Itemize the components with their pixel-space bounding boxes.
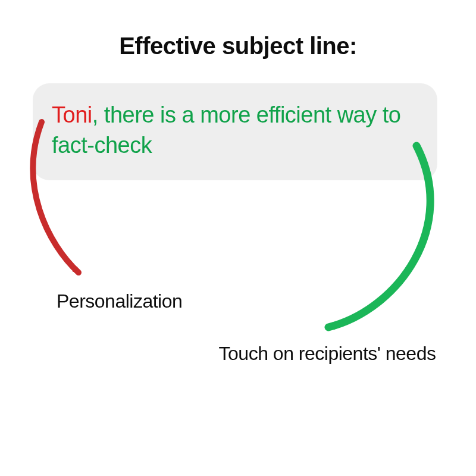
arrow-needs-icon <box>303 143 458 357</box>
label-personalization: Personalization <box>57 290 223 312</box>
label-needs: Touch on recipients' needs <box>217 342 437 365</box>
diagram-title: Effective subject line: <box>0 33 476 60</box>
arrow-personalization-icon <box>24 119 131 298</box>
